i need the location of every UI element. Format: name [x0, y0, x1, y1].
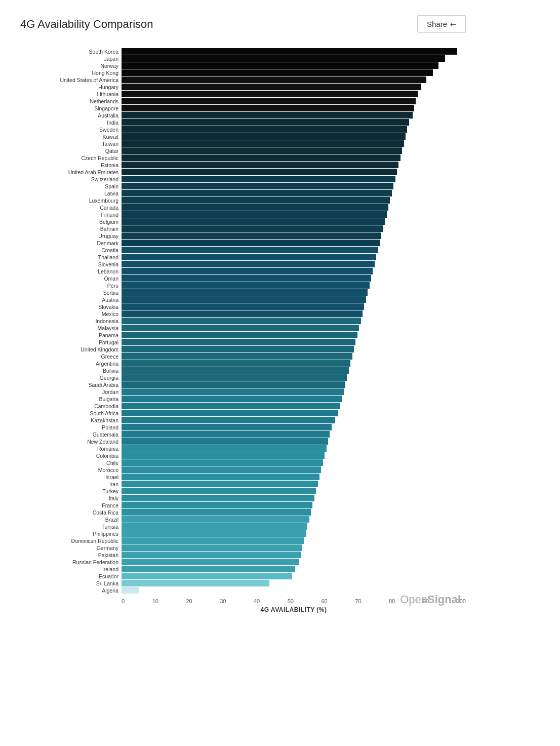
country-label: Romania: [20, 446, 122, 452]
bar-container: [122, 147, 466, 154]
table-row: Finland: [20, 211, 466, 218]
bar: [122, 247, 378, 253]
table-row: France: [20, 502, 466, 508]
country-label: Dominican Republic: [20, 538, 122, 544]
bar-container: [122, 140, 466, 147]
country-label: Slovakia: [20, 304, 122, 310]
bar-container: [122, 374, 466, 381]
bar: [122, 466, 321, 473]
bar-container: [122, 530, 466, 537]
table-row: Panama: [20, 332, 466, 338]
country-label: Bolivia: [20, 368, 122, 374]
bar: [122, 275, 371, 282]
bar-container: [122, 211, 466, 218]
bar: [122, 573, 292, 579]
bar: [122, 140, 404, 147]
bar-container: [122, 410, 466, 416]
table-row: Jordan: [20, 388, 466, 395]
country-label: Chile: [20, 460, 122, 466]
bar: [122, 91, 418, 97]
country-label: Taiwan: [20, 141, 122, 147]
table-row: Taiwan: [20, 140, 466, 147]
bar-container: [122, 169, 466, 175]
bar-container: [122, 559, 466, 565]
bar: [122, 76, 426, 83]
bar-container: [122, 296, 466, 303]
bar-container: [122, 388, 466, 395]
chart-title: 4G Availability Comparison: [20, 18, 153, 31]
bar: [122, 204, 388, 211]
table-row: Malaysia: [20, 325, 466, 331]
bar: [122, 126, 407, 133]
bar: [122, 431, 330, 438]
table-row: Latvia: [20, 190, 466, 197]
bar-container: [122, 438, 466, 445]
bar-container: [122, 445, 466, 452]
table-row: Guatemala: [20, 431, 466, 438]
bar: [122, 176, 395, 182]
bar: [122, 502, 312, 508]
bar: [122, 190, 392, 197]
bar-container: [122, 424, 466, 430]
country-label: Czech Republic: [20, 155, 122, 161]
table-row: Spain: [20, 183, 466, 189]
bar: [122, 105, 414, 111]
country-label: Argentina: [20, 361, 122, 367]
table-row: Saudi Arabia: [20, 381, 466, 388]
bar: [122, 353, 352, 360]
country-label: Belgium: [20, 219, 122, 225]
bar-container: [122, 98, 466, 104]
table-row: Mexico: [20, 310, 466, 317]
bar: [122, 360, 350, 367]
table-row: Indonesia: [20, 318, 466, 324]
bar: [122, 69, 433, 76]
table-row: Slovenia: [20, 261, 466, 267]
bar-container: [122, 133, 466, 140]
table-row: Italy: [20, 495, 466, 501]
country-label: Portugal: [20, 339, 122, 345]
bar: [122, 48, 457, 55]
bar-container: [122, 417, 466, 423]
bar-container: [122, 474, 466, 480]
bar-container: [122, 282, 466, 289]
bar-container: [122, 367, 466, 374]
table-row: Japan: [20, 55, 466, 62]
country-label: Japan: [20, 56, 122, 62]
table-row: Ecuador: [20, 573, 466, 579]
bar: [122, 523, 307, 530]
country-label: Guatemala: [20, 431, 122, 438]
country-label: Oman: [20, 276, 122, 282]
country-label: Australia: [20, 112, 122, 119]
country-label: Singapore: [20, 105, 122, 111]
share-button[interactable]: Share ⇜: [417, 15, 466, 33]
bar: [122, 254, 376, 260]
country-label: Thailand: [20, 254, 122, 260]
table-row: India: [20, 119, 466, 126]
bar-container: [122, 516, 466, 523]
country-label: South Africa: [20, 410, 122, 416]
bar-container: [122, 268, 466, 274]
country-label: Canada: [20, 205, 122, 211]
country-label: Russian Federation: [20, 559, 122, 565]
country-label: Hungary: [20, 84, 122, 90]
table-row: Hungary: [20, 84, 466, 90]
table-row: Ireland: [20, 566, 466, 572]
table-row: Czech Republic: [20, 154, 466, 161]
country-label: Malaysia: [20, 325, 122, 331]
bar-container: [122, 431, 466, 438]
bar-container: [122, 105, 466, 111]
table-row: South Africa: [20, 410, 466, 416]
bar-container: [122, 573, 466, 579]
country-label: Israel: [20, 474, 122, 480]
bar-container: [122, 84, 466, 90]
bar-container: [122, 289, 466, 296]
bar-container: [122, 303, 466, 310]
table-row: New Zealand: [20, 438, 466, 445]
bar: [122, 424, 332, 430]
bar-container: [122, 318, 466, 324]
bar-container: [122, 481, 466, 487]
table-row: Switzerland: [20, 176, 466, 182]
country-label: United Arab Emirates: [20, 169, 122, 175]
country-label: India: [20, 120, 122, 126]
bar: [122, 459, 323, 466]
